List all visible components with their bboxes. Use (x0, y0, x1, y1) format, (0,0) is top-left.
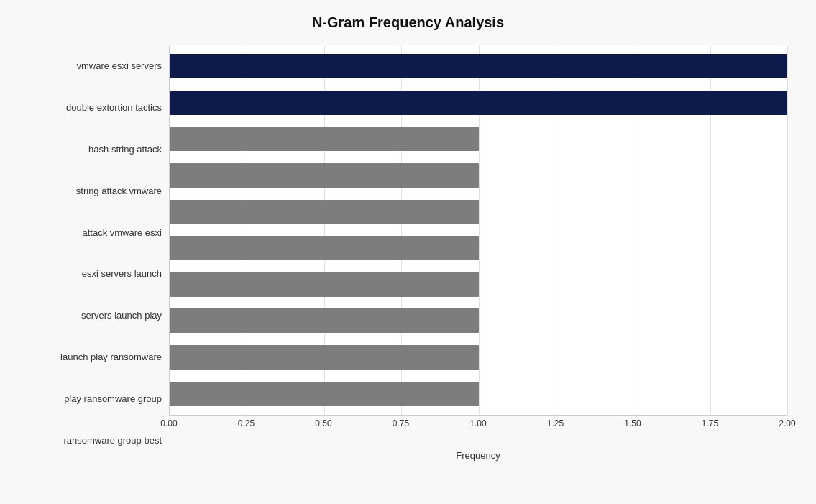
y-label: servers launch play (81, 297, 162, 334)
y-label: hash string attack (88, 130, 162, 168)
x-tick: 0.00 (160, 418, 177, 429)
y-label: vmware esxi servers (77, 47, 162, 85)
bar (170, 272, 479, 297)
bar-row (170, 197, 787, 227)
y-axis: vmware esxi serversdouble extortion tact… (29, 45, 169, 461)
bars-container (170, 45, 787, 415)
y-label: play ransomware group (64, 380, 162, 417)
chart-container: N-Gram Frequency Analysis vmware esxi se… (0, 0, 816, 504)
y-label: ransomware group best (63, 421, 162, 459)
y-label: string attack vmware (76, 172, 162, 209)
x-tick: 1.50 (624, 418, 641, 429)
x-tick: 1.75 (702, 418, 718, 429)
y-label: attack vmware esxi (82, 214, 162, 251)
bar (170, 54, 787, 78)
chart-area: vmware esxi serversdouble extortion tact… (29, 45, 787, 461)
grid-and-bars (169, 45, 787, 416)
bar-row (170, 88, 787, 118)
bar (170, 127, 479, 151)
x-tick: 0.50 (315, 418, 331, 429)
y-label: double extortion tactics (66, 89, 162, 127)
bar (170, 163, 479, 188)
grid-line (787, 45, 788, 415)
x-tick: 0.25 (238, 418, 255, 429)
x-tick: 2.00 (779, 418, 795, 429)
bar-row (170, 306, 787, 336)
bar (170, 308, 479, 333)
bar (170, 200, 479, 224)
bar-row (170, 379, 787, 409)
bar-row (170, 270, 787, 300)
bar-row (170, 233, 787, 263)
plot-area: 0.000.250.500.751.001.251.501.752.00 Fre… (169, 45, 787, 461)
y-label: launch play ransomware (60, 338, 162, 375)
bar (170, 345, 479, 370)
bar-row (170, 124, 787, 154)
bar-row (170, 160, 787, 191)
x-tick: 1.00 (469, 418, 486, 429)
bar (170, 236, 479, 260)
x-tick: 0.75 (393, 418, 409, 429)
bar (170, 91, 787, 115)
x-axis: 0.000.250.500.751.001.251.501.752.00 Fre… (169, 416, 787, 461)
chart-title: N-Gram Frequency Analysis (312, 14, 504, 31)
y-label: esxi servers launch (82, 255, 162, 293)
bar-row (170, 51, 787, 81)
x-axis-label: Frequency (169, 450, 787, 461)
bar (170, 382, 479, 406)
x-tick: 1.25 (547, 418, 564, 429)
bar-row (170, 342, 787, 372)
